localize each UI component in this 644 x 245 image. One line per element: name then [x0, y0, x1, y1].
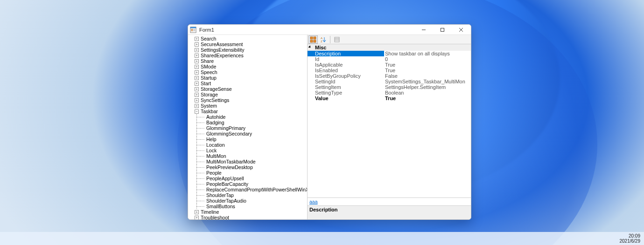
- expand-icon[interactable]: +: [195, 65, 199, 69]
- tree-branch[interactable]: +StorageSense: [195, 86, 307, 92]
- property-value[interactable]: 0: [384, 56, 471, 62]
- property-row[interactable]: IsEnabledTrue: [308, 68, 471, 73]
- tree-leaf[interactable]: PeopleBarCapacity: [195, 181, 307, 187]
- property-value[interactable]: True: [384, 95, 471, 101]
- categorized-button[interactable]: [308, 35, 318, 44]
- tree-label: SyncSettings: [201, 97, 229, 103]
- expand-icon[interactable]: +: [195, 59, 199, 63]
- tree-label: People: [206, 170, 222, 176]
- propertygrid[interactable]: Misc DescriptionShow taskbar on all disp…: [308, 44, 471, 197]
- titlebar[interactable]: Form1: [188, 25, 471, 35]
- tree-leaf[interactable]: Help: [195, 136, 307, 142]
- tree-leaf[interactable]: MultiMonTaskbarMode: [195, 159, 307, 164]
- propertygrid-commands: aaa: [308, 197, 471, 205]
- tree-leaf[interactable]: Badging: [195, 120, 307, 125]
- tree-branch[interactable]: +SharedExperiences: [195, 53, 307, 58]
- svg-rect-4: [193, 29, 195, 31]
- tree-label: Speech: [201, 69, 217, 75]
- tree-branch[interactable]: +Timeline: [195, 209, 307, 215]
- tree-branch[interactable]: +SettingsExtensibility: [195, 47, 307, 53]
- expand-icon[interactable]: +: [195, 104, 199, 108]
- tree-leaf[interactable]: Autohide: [195, 114, 307, 120]
- tree-leaf[interactable]: PeekPreviewDesktop: [195, 164, 307, 170]
- propertygrid-category[interactable]: Misc: [308, 44, 471, 51]
- tree-branch[interactable]: +Troubleshoot: [195, 215, 307, 219]
- tree-connector-icon: [200, 126, 204, 130]
- property-row[interactable]: IsSetByGroupPolicyFalse: [308, 73, 471, 79]
- tree-leaf[interactable]: ShoulderTap: [195, 192, 307, 198]
- tree-branch[interactable]: +SMode: [195, 64, 307, 69]
- tree-label: GlommingSecondary: [206, 131, 252, 136]
- expand-icon[interactable]: +: [195, 82, 199, 86]
- property-value[interactable]: Show taskbar on all displays: [384, 51, 471, 56]
- tree-leaf[interactable]: Lock: [195, 148, 307, 153]
- treeview[interactable]: +Search+SecureAssessment+SettingsExtensi…: [188, 35, 308, 219]
- maximize-button[interactable]: [434, 25, 450, 35]
- property-row[interactable]: SettingTypeBoolean: [308, 90, 471, 95]
- property-row[interactable]: Id0: [308, 56, 471, 62]
- tree-leaf[interactable]: GlommingPrimary: [195, 125, 307, 131]
- tree-leaf[interactable]: Location: [195, 142, 307, 148]
- system-clock[interactable]: 20:09 2021/6/29: [620, 233, 641, 244]
- expand-icon[interactable]: +: [195, 37, 199, 41]
- tree-branch[interactable]: +Start: [195, 81, 307, 86]
- tree-leaf[interactable]: ReplaceCommandPromptWithPowerShellWinX: [195, 187, 307, 192]
- tree-leaf[interactable]: ShoulderTapAudio: [195, 198, 307, 204]
- tree-branch[interactable]: +Share: [195, 58, 307, 64]
- tree-leaf[interactable]: GlommingSecondary: [195, 131, 307, 136]
- tree-branch[interactable]: −Taskbar: [195, 109, 307, 114]
- property-row[interactable]: ValueTrue: [308, 95, 471, 101]
- tree-branch[interactable]: +System: [195, 103, 307, 109]
- expand-icon[interactable]: +: [195, 87, 199, 91]
- property-row[interactable]: SettingIdSystemSettings_Taskbar_MultiMon: [308, 79, 471, 84]
- svg-rect-12: [314, 40, 316, 42]
- property-value[interactable]: False: [384, 73, 471, 79]
- tree-leaf[interactable]: PeopleAppUpsell: [195, 176, 307, 181]
- property-row[interactable]: IsApplicableTrue: [308, 62, 471, 68]
- property-value[interactable]: SystemSettings_Taskbar_MultiMon: [384, 79, 471, 84]
- taskbar[interactable]: 20:09 2021/6/29: [0, 232, 644, 245]
- property-row[interactable]: SettingItemSettingsHelper.SettingItem: [308, 84, 471, 90]
- alphabetical-button[interactable]: AZ: [319, 35, 328, 44]
- tree-branch[interactable]: +SecureAssessment: [195, 41, 307, 47]
- expand-icon[interactable]: +: [195, 42, 199, 47]
- expand-icon[interactable]: +: [195, 70, 199, 75]
- collapse-icon[interactable]: −: [195, 109, 199, 114]
- expand-icon[interactable]: +: [195, 93, 199, 97]
- close-button[interactable]: [453, 25, 469, 35]
- minimize-button[interactable]: [416, 25, 432, 35]
- description-title: Description: [309, 207, 469, 212]
- property-name: SettingType: [308, 90, 384, 95]
- property-value[interactable]: Boolean: [384, 90, 471, 95]
- property-value[interactable]: True: [384, 62, 471, 68]
- expand-icon[interactable]: +: [195, 48, 199, 52]
- tree-branch[interactable]: +SyncSettings: [195, 97, 307, 103]
- tree-connector-icon: [200, 171, 204, 175]
- tree-leaf[interactable]: People: [195, 170, 307, 176]
- property-value[interactable]: SettingsHelper.SettingItem: [384, 84, 471, 90]
- expand-icon[interactable]: +: [195, 210, 199, 214]
- tree-branch[interactable]: +Storage: [195, 92, 307, 97]
- tree-label: Troubleshoot: [201, 215, 229, 219]
- tree-label: Start: [201, 81, 211, 86]
- property-name: SettingId: [308, 79, 384, 84]
- tree-branch[interactable]: +Startup: [195, 75, 307, 81]
- command-link[interactable]: aaa: [309, 199, 318, 204]
- tree-connector-icon: [200, 204, 204, 209]
- expand-icon[interactable]: +: [195, 54, 199, 58]
- tree-leaf[interactable]: SmallButtons: [195, 204, 307, 209]
- expand-icon[interactable]: +: [195, 76, 199, 80]
- svg-rect-10: [314, 37, 316, 39]
- app-window: Form1 +Search+SecureAssessment+SettingsE…: [188, 24, 471, 220]
- tree-label: Share: [201, 58, 214, 64]
- tree-label: GlommingPrimary: [206, 125, 245, 131]
- property-value[interactable]: True: [384, 68, 471, 73]
- property-row[interactable]: DescriptionShow taskbar on all displays: [308, 51, 471, 56]
- tree-label: SMode: [201, 64, 216, 69]
- tree-branch[interactable]: +Search: [195, 36, 307, 41]
- tree-leaf[interactable]: MultiMon: [195, 153, 307, 159]
- expand-icon[interactable]: +: [195, 216, 199, 220]
- tree-branch[interactable]: +Speech: [195, 69, 307, 75]
- property-pages-button[interactable]: [332, 35, 342, 44]
- expand-icon[interactable]: +: [195, 98, 199, 102]
